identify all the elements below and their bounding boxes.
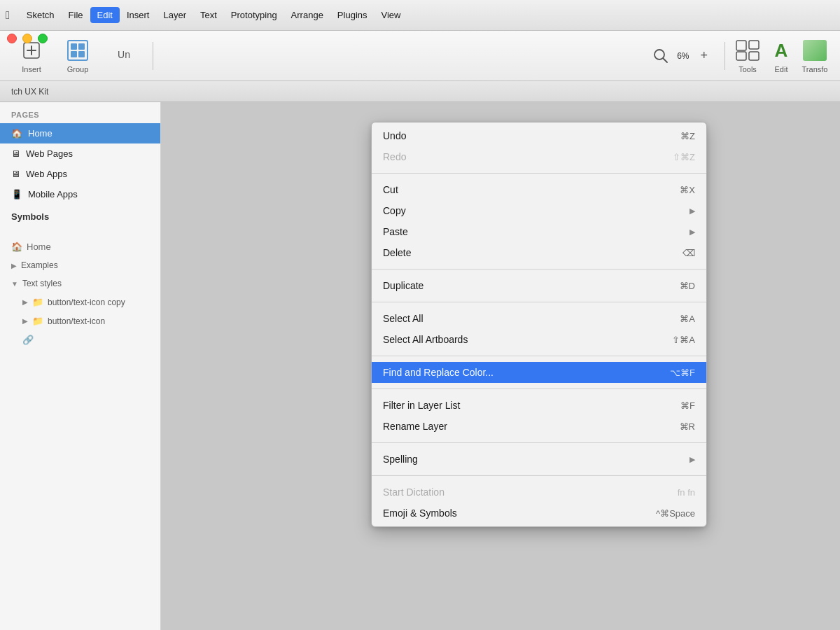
layer-text-styles[interactable]: ▼ Text styles [0, 274, 160, 293]
tools-button[interactable]: Tools [734, 38, 762, 74]
divider-6 [372, 442, 706, 443]
canvas-area: Undo ⌘Z Redo ⇧⌘Z Cut ⌘X Copy [161, 102, 840, 630]
menu-section-1: Undo ⌘Z Redo ⇧⌘Z [372, 122, 706, 170]
sidebar-item-web-pages-label: Web Pages [26, 148, 73, 159]
menu-section-5: Find and Replace Color... ⌥⌘F [372, 359, 706, 386]
menu-select-all-artboards[interactable]: Select All Artboards ⇧⌘A [372, 329, 706, 350]
insert-label: Insert [22, 65, 41, 74]
svg-rect-8 [749, 52, 759, 60]
menu-view[interactable]: View [374, 7, 408, 23]
sidebar-item-home-label: Home [28, 128, 52, 139]
layer-text-styles-label: Text styles [22, 279, 62, 288]
menu-arrange[interactable]: Arrange [284, 7, 330, 23]
extra-item-icon: 🔗 [22, 335, 34, 345]
home-layer-icon: 🏠 [11, 241, 22, 252]
search-icon[interactable] [649, 44, 673, 68]
traffic-lights [7, 34, 48, 43]
edit-tool-button[interactable]: A Edit [767, 38, 795, 74]
sidebar: Pages 🏠 Home 🖥 Web Pages 🖥 Web Apps 📱 Mo… [0, 102, 161, 630]
edit-dropdown-menu: Undo ⌘Z Redo ⇧⌘Z Cut ⌘X Copy [371, 122, 707, 527]
menu-prototyping[interactable]: Prototyping [224, 7, 284, 23]
menu-file[interactable]: File [62, 7, 90, 23]
expand-examples-icon: ▶ [11, 262, 17, 270]
divider-4 [372, 356, 706, 356]
layer-btn-text-icon[interactable]: ▶ 📁 button/text-icon [0, 312, 160, 330]
maximize-button[interactable] [38, 34, 48, 43]
menu-section-3: Duplicate ⌘D [372, 272, 706, 299]
menu-text[interactable]: Text [193, 7, 224, 23]
group-icon [66, 38, 90, 62]
menu-spelling[interactable]: Spelling ▶ [372, 449, 706, 470]
divider-7 [372, 475, 706, 476]
layer-home-label: Home [27, 241, 51, 252]
menu-select-all[interactable]: Select All ⌘A [372, 308, 706, 329]
menu-redo: Redo ⇧⌘Z [372, 146, 706, 167]
menu-section-4: Select All ⌘A Select All Artboards ⇧⌘A [372, 305, 706, 353]
layer-home-group: 🏠 Home [0, 237, 160, 256]
layer-examples[interactable]: ▶ Examples [0, 256, 160, 274]
group-button[interactable]: Group [57, 34, 98, 78]
transform-icon [801, 38, 829, 63]
menu-undo[interactable]: Undo ⌘Z [372, 125, 706, 146]
sidebar-item-web-apps[interactable]: 🖥 Web Apps [0, 164, 160, 184]
minimize-button[interactable] [22, 34, 32, 43]
apple-logo-icon:  [6, 9, 10, 22]
transform-button[interactable]: Transfo [801, 38, 829, 74]
main-layout: Pages 🏠 Home 🖥 Web Pages 🖥 Web Apps 📱 Mo… [0, 102, 840, 630]
folder-icon-2: 📁 [32, 316, 43, 326]
sidebar-item-web-pages[interactable]: 🖥 Web Pages [0, 144, 160, 164]
menu-section-2: Cut ⌘X Copy ▶ Paste ▶ Delete ⌫ [372, 176, 706, 266]
folder-icon-1: 📁 [32, 297, 43, 307]
menu-cut[interactable]: Cut ⌘X [372, 179, 706, 200]
expand-btn-copy-icon: ▶ [22, 298, 28, 306]
menu-emoji-symbols[interactable]: Emoji & Symbols ^⌘Space [372, 503, 706, 524]
layer-btn-text-icon-copy[interactable]: ▶ 📁 button/text-icon copy [0, 293, 160, 312]
edit-tool-label: Edit [775, 65, 788, 74]
close-button[interactable] [7, 34, 17, 43]
dropdown-overlay[interactable]: Undo ⌘Z Redo ⇧⌘Z Cut ⌘X Copy [161, 102, 840, 630]
menu-paste[interactable]: Paste ▶ [372, 221, 706, 242]
home-icon: 🏠 [11, 128, 22, 139]
toolbar: Insert Group Un 6% + [0, 31, 840, 81]
menu-delete[interactable]: Delete ⌫ [372, 242, 706, 263]
zoom-level: 6% [677, 51, 689, 61]
divider-5 [372, 388, 706, 389]
menu-rename-layer[interactable]: Rename Layer ⌘R [372, 416, 706, 437]
toolbar-sep-2 [724, 42, 725, 70]
sidebar-item-web-apps-label: Web Apps [26, 169, 67, 179]
paste-submenu-arrow: ▶ [690, 227, 695, 237]
menu-find-replace-color[interactable]: Find and Replace Color... ⌥⌘F [372, 362, 706, 383]
menu-section-8: Start Dictation fn fn Emoji & Symbols ^⌘… [372, 479, 706, 526]
menu-plugins[interactable]: Plugins [330, 7, 374, 23]
toolbar-search-area: 6% + [649, 44, 708, 68]
divider-1 [372, 173, 706, 174]
sidebar-item-home[interactable]: 🏠 Home [0, 123, 160, 144]
svg-rect-7 [749, 41, 759, 49]
ungroup-button[interactable]: Un [104, 38, 144, 74]
zoom-in-button[interactable]: + [700, 48, 708, 63]
menu-copy[interactable]: Copy ▶ [372, 200, 706, 221]
menu-sketch[interactable]: Sketch [20, 7, 62, 23]
menu-layer[interactable]: Layer [156, 7, 193, 23]
web-pages-icon: 🖥 [11, 148, 20, 159]
spelling-submenu-arrow: ▶ [690, 455, 695, 464]
menu-bar:  Sketch File Edit Insert Layer Text Pro… [0, 0, 840, 31]
expand-text-styles-icon: ▼ [11, 280, 18, 288]
layer-extra[interactable]: 🔗 [0, 330, 160, 349]
sidebar-item-mobile-apps[interactable]: 📱 Mobile Apps [0, 184, 160, 204]
pages-title: Pages [0, 102, 160, 123]
menu-section-7: Spelling ▶ [372, 446, 706, 472]
menu-insert[interactable]: Insert [120, 7, 157, 23]
menu-duplicate[interactable]: Duplicate ⌘D [372, 275, 706, 296]
edit-tool-icon: A [767, 38, 795, 63]
group-label: Group [67, 65, 89, 74]
layer-btn-text-icon-label: button/text-icon [48, 316, 105, 326]
ungroup-icon: Un [112, 43, 136, 66]
web-apps-icon: 🖥 [11, 169, 20, 179]
svg-rect-6 [736, 52, 746, 60]
menu-filter-layer[interactable]: Filter in Layer List ⌘F [372, 395, 706, 416]
layer-btn-text-icon-copy-label: button/text-icon copy [48, 298, 125, 307]
menu-edit[interactable]: Edit [90, 7, 120, 23]
copy-submenu-arrow: ▶ [690, 206, 695, 216]
divider-3 [372, 302, 706, 302]
